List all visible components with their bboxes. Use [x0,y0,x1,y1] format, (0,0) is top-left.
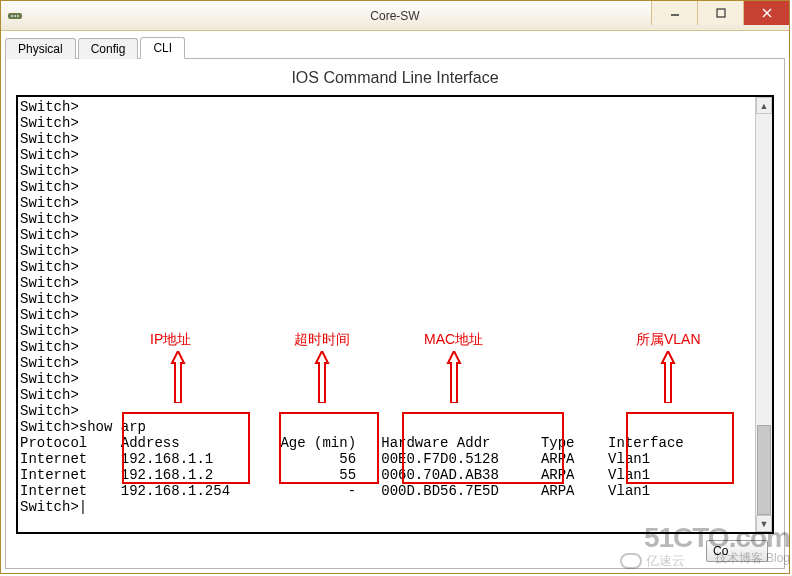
window-controls [651,1,789,30]
scroll-up-arrow[interactable]: ▲ [756,97,772,114]
titlebar: Core-SW [1,1,789,31]
tab-cli[interactable]: CLI [140,37,185,59]
tab-body-cli: IOS Command Line Interface Switch> Switc… [5,59,785,569]
content-area: Physical Config CLI IOS Command Line Int… [1,31,789,573]
tab-config[interactable]: Config [78,38,139,59]
tab-row: Physical Config CLI [5,35,785,59]
scroll-track[interactable] [756,114,772,515]
app-window: Core-SW Physical Config CLI IOS Command … [0,0,790,574]
svg-point-3 [17,15,19,17]
close-button[interactable] [743,1,789,25]
terminal-container: Switch> Switch> Switch> Switch> Switch> … [16,95,774,534]
svg-point-1 [11,15,13,17]
app-icon [7,8,23,24]
svg-point-2 [14,15,16,17]
cli-heading: IOS Command Line Interface [16,69,774,87]
maximize-button[interactable] [697,1,743,25]
window-title: Core-SW [370,9,419,23]
watermark-yisu: 亿速云 [620,552,685,570]
minimize-button[interactable] [651,1,697,25]
terminal-output[interactable]: Switch> Switch> Switch> Switch> Switch> … [18,97,772,517]
scroll-thumb[interactable] [757,425,771,515]
svg-rect-5 [717,9,725,17]
terminal-scrollbar[interactable]: ▲ ▼ [755,97,772,532]
cloud-icon [620,553,642,569]
tab-physical[interactable]: Physical [5,38,76,59]
